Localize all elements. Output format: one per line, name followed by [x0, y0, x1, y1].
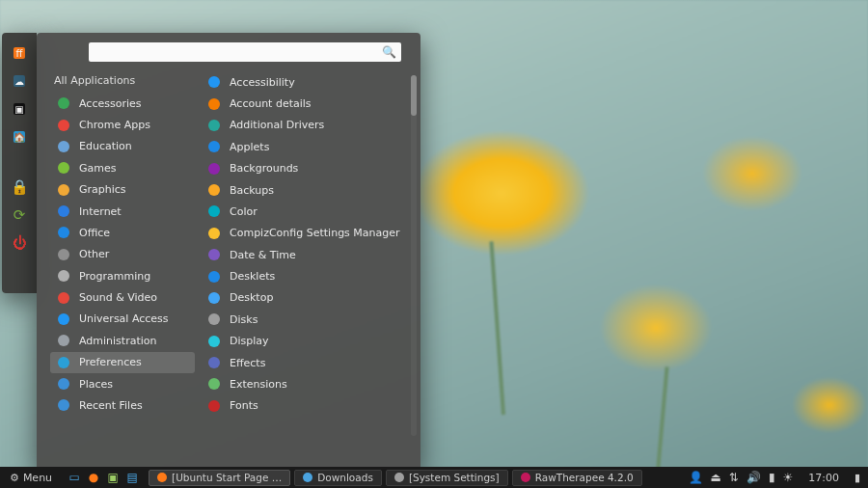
desktop-icon: [206, 290, 222, 306]
category-item[interactable]: Preferences: [50, 352, 195, 373]
menu-categories-column: All Applications AccessoriesChrome AppsE…: [37, 69, 201, 471]
clock-label: 17:00: [808, 472, 839, 484]
category-item[interactable]: Universal Access: [50, 309, 195, 330]
scrollbar-thumb[interactable]: [411, 75, 417, 116]
lock-icon[interactable]: 🔒: [7, 175, 32, 200]
app-label: CompizConfig Settings Manager: [230, 227, 400, 239]
desklets-icon: [206, 269, 222, 285]
graphics-icon: [56, 182, 71, 198]
category-label: Graphics: [79, 183, 126, 196]
firefox-icon[interactable]: ●: [85, 469, 102, 486]
office-icon: [56, 225, 71, 240]
files-icon[interactable]: 🏠: [7, 124, 32, 149]
app-item[interactable]: Desktop: [201, 287, 413, 309]
color-icon: [206, 203, 222, 219]
app-item[interactable]: Color: [201, 201, 413, 222]
category-label: Office: [79, 227, 110, 239]
system-tray: 👤⏏⇅🔊▮☀: [689, 471, 798, 484]
taskbar-window-button[interactable]: [System Settings]: [386, 470, 508, 486]
taskbar-panel: ⚙ Menu ▭●▣▤ [Ubuntu Start Page …Download…: [0, 467, 868, 488]
category-item[interactable]: Internet: [50, 201, 195, 222]
app-item[interactable]: CompizConfig Settings Manager: [201, 223, 413, 244]
account-icon: [206, 96, 222, 112]
show-desktop-icon[interactable]: ▭: [66, 469, 83, 486]
app-item[interactable]: Applets: [201, 136, 413, 157]
task-icon: [303, 473, 312, 482]
app-item[interactable]: Fonts: [201, 395, 413, 417]
app-label: Applets: [230, 141, 269, 153]
category-item[interactable]: Places: [50, 373, 195, 394]
backgrounds-icon: [206, 161, 222, 176]
app-label: Backgrounds: [230, 162, 298, 175]
terminal-icon[interactable]: ▣: [7, 96, 32, 122]
category-label: Accessories: [79, 97, 141, 110]
category-item[interactable]: Accessories: [50, 93, 195, 114]
logout-icon[interactable]: ⟳: [7, 203, 32, 228]
firefox-icon[interactable]: ff: [7, 41, 32, 66]
menu-scrollbar[interactable]: [411, 75, 417, 436]
category-item[interactable]: Graphics: [50, 179, 195, 201]
task-label: Downloads: [317, 472, 373, 483]
app-label: Date & Time: [230, 249, 296, 261]
programming-icon: [56, 268, 71, 284]
removable-icon[interactable]: ⏏: [711, 471, 721, 484]
app-item[interactable]: Extensions: [201, 373, 413, 394]
clock[interactable]: 17:00: [800, 467, 847, 488]
app-item[interactable]: Additional Drivers: [201, 115, 413, 136]
category-item[interactable]: Sound & Video: [50, 286, 195, 308]
recent-icon: [56, 397, 71, 413]
app-item[interactable]: Date & Time: [201, 244, 413, 265]
app-item[interactable]: Desklets: [201, 265, 413, 286]
taskbar-window-button[interactable]: Downloads: [294, 470, 382, 486]
menu-search-input[interactable]: [89, 42, 401, 62]
menu-button[interactable]: ⚙ Menu: [4, 467, 58, 488]
app-label: Backups: [230, 184, 274, 197]
taskbar-window-button[interactable]: RawTherapee 4.2.0: [512, 470, 642, 486]
category-item[interactable]: Education: [50, 136, 195, 157]
category-label: Administration: [79, 335, 157, 347]
category-item[interactable]: Administration: [50, 330, 195, 351]
task-icon: [157, 473, 167, 482]
category-label: Sound & Video: [79, 291, 157, 304]
network-icon[interactable]: ⇅: [729, 471, 739, 484]
app-label: Desklets: [230, 270, 275, 283]
category-item[interactable]: Recent Files: [50, 394, 195, 416]
volume-icon[interactable]: 🔊: [746, 471, 761, 484]
task-icon: [394, 473, 404, 482]
terminal-icon[interactable]: ▣: [104, 469, 122, 486]
backups-icon: [206, 182, 222, 198]
category-label: Education: [79, 140, 132, 152]
app-label: Color: [230, 205, 258, 218]
app-item[interactable]: Accessibility: [201, 71, 413, 93]
extensions-icon: [206, 376, 222, 392]
user-icon[interactable]: 👤: [689, 471, 703, 484]
category-label: Universal Access: [79, 312, 169, 325]
app-label: Display: [230, 335, 269, 347]
category-item[interactable]: Office: [50, 222, 195, 243]
category-item[interactable]: Other: [50, 244, 195, 265]
power-icon[interactable]: ⏻: [7, 230, 32, 256]
education-icon: [56, 139, 71, 154]
app-item[interactable]: Backups: [201, 179, 413, 201]
steam-icon[interactable]: ☁: [7, 68, 32, 94]
category-item[interactable]: Chrome Apps: [50, 114, 195, 135]
places-icon: [56, 376, 71, 392]
battery-icon[interactable]: ▮: [769, 471, 775, 484]
brightness-icon[interactable]: ☀: [783, 471, 794, 484]
app-label: Extensions: [230, 378, 287, 391]
app-item[interactable]: Effects: [201, 352, 413, 373]
chrome-icon: [56, 118, 71, 133]
files-icon[interactable]: ▤: [123, 469, 141, 486]
app-item[interactable]: Display: [201, 331, 413, 352]
taskbar-window-button[interactable]: [Ubuntu Start Page …: [149, 470, 290, 486]
gear-icon: ⚙: [10, 472, 19, 484]
category-item[interactable]: Games: [50, 157, 195, 178]
show-desktop-button[interactable]: ▮: [851, 469, 864, 486]
app-item[interactable]: Backgrounds: [201, 158, 413, 179]
category-item[interactable]: Programming: [50, 265, 195, 286]
app-item[interactable]: Disks: [201, 309, 413, 330]
universal-icon: [56, 312, 71, 327]
app-item[interactable]: Account details: [201, 93, 413, 114]
category-label: Programming: [79, 270, 150, 283]
preferences-icon: [56, 355, 71, 370]
